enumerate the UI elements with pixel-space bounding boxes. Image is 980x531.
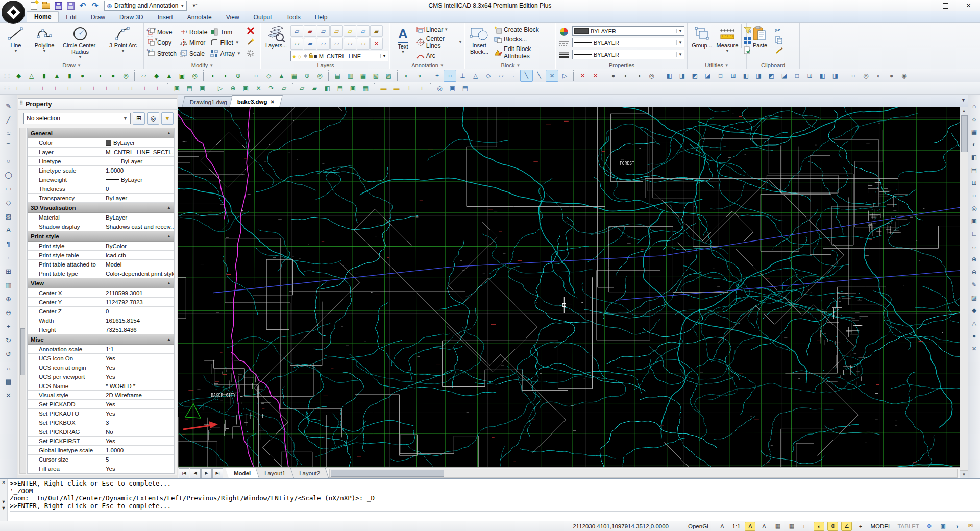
measure-tools-icon-1[interactable]: ▬ [390, 83, 403, 94]
measure-button[interactable]: Measure▼ [715, 24, 740, 61]
workspace-selector[interactable]: ⊛ Drafting and Annotation ▼ [104, 1, 187, 11]
block-panel-label[interactable]: Block▼ [465, 61, 556, 69]
erase-tool[interactable]: ✕ [2, 389, 15, 402]
layer-on-tool[interactable]: ▱ [344, 25, 356, 37]
drawing-tab-Drawing1-dwg[interactable]: Drawing1.dwg [182, 96, 235, 107]
ucs-tools-icon-3[interactable]: ∟ [51, 83, 63, 94]
property-value[interactable]: ByColor [103, 242, 174, 250]
view-cubes-icon-11[interactable]: ⊞ [803, 70, 816, 82]
command-expand-icon[interactable]: ▼ [2, 505, 6, 511]
collapse-icon[interactable]: ▲ [167, 337, 171, 342]
surfaces-icon-3[interactable]: ▦ [288, 70, 301, 82]
section-header-view[interactable]: View▲ [28, 278, 174, 288]
arc-button[interactable]: Arc [416, 52, 462, 60]
property-value[interactable]: Yes [103, 400, 174, 408]
layer-lock-tool[interactable]: ▱ [330, 25, 343, 37]
zoom-out-tool[interactable]: ⊖ [2, 306, 15, 319]
refedit-tools-icon-2[interactable]: ▣ [239, 83, 252, 94]
view-cubes-icon-9[interactable]: ◪ [778, 70, 791, 82]
tab-draw[interactable]: Draw [84, 12, 112, 22]
measure-tools-icon-3[interactable]: + [415, 83, 428, 94]
property-value[interactable]: ByLayer [103, 157, 174, 165]
auto-annotation-icon[interactable]: A [745, 522, 755, 531]
entity-snaps-icon-2[interactable]: ⊥ [456, 70, 469, 82]
section-header-print-style[interactable]: Print style▲ [28, 231, 174, 242]
entity-linetype-icon[interactable] [559, 40, 569, 47]
entity-snaps-icon-10[interactable]: ▷ [558, 70, 571, 82]
layer-delete[interactable]: ✕ [370, 38, 383, 50]
view-cubes-icon-1[interactable]: ◨ [676, 70, 689, 82]
property-value[interactable]: 1:1 [103, 345, 174, 353]
property-value[interactable]: Yes [103, 409, 174, 418]
solids-3d-icon-3[interactable]: ▲ [51, 70, 63, 82]
regen-tool[interactable]: ↺ [2, 347, 15, 360]
group--button[interactable]: Group... [689, 24, 715, 61]
surfaces-icon-2[interactable]: ▲ [275, 70, 288, 82]
last-layout-button[interactable]: ▶| [212, 468, 223, 478]
ucs-tools-icon-4[interactable]: ∟ [63, 83, 76, 94]
model-viewport[interactable]: |◀ ◀ ▶ ▶| ModelLayout1Layout2 [178, 107, 960, 478]
table-tool[interactable]: ▤ [2, 375, 15, 388]
entity-snaps-icon-0[interactable]: + [431, 70, 444, 82]
refedit-tools-icon-1[interactable]: ⊕ [227, 83, 239, 94]
close-tab-icon[interactable]: ✕ [271, 99, 275, 104]
move-button[interactable]: Move [148, 27, 177, 37]
property-value[interactable]: No [103, 427, 174, 436]
scroll-down-icon[interactable]: ▼ [960, 470, 968, 478]
polyline-button[interactable]: Polyline▼ [30, 24, 59, 61]
property-value[interactable]: 73251.8436 [103, 325, 174, 334]
shade-spheres-icon-1[interactable]: ◎ [860, 70, 872, 82]
entity-snaps-icon-5[interactable]: ▱ [495, 70, 507, 82]
layer-properties[interactable]: ▱ [290, 25, 303, 37]
sun-properties-tool[interactable]: ☼ [968, 113, 980, 125]
ucs-tools-icon-8[interactable]: ∟ [114, 83, 127, 94]
paste-button[interactable]: Paste [748, 24, 772, 61]
scale-button[interactable]: Scale [180, 48, 207, 59]
solid-edit-icon-3[interactable]: ▣ [176, 70, 188, 82]
tab-output[interactable]: Output [247, 12, 279, 22]
view-cubes-icon-8[interactable]: ◩ [765, 70, 778, 82]
ucs-tool[interactable]: ∟ [968, 228, 980, 239]
tab-home[interactable]: Home [27, 11, 59, 22]
mirror-button[interactable]: Mirror [180, 37, 207, 48]
grid-display-tool[interactable]: ▦ [968, 126, 980, 137]
property-value[interactable]: ByLayer [103, 213, 174, 222]
named-views-tool[interactable]: ⌂ [968, 100, 980, 112]
booleans-icon-1[interactable]: ◗ [219, 70, 232, 82]
cut-tool[interactable]: ✂ [775, 26, 783, 34]
property-value[interactable]: Yes [103, 363, 174, 372]
layer-thaw-tool[interactable]: ▱ [344, 38, 356, 50]
solids-3d-b-icon-0[interactable]: ◗ [94, 70, 107, 82]
property-value[interactable]: ByLayer [103, 175, 174, 184]
render-modes-icon-2[interactable]: ◑ [632, 70, 645, 82]
view-cubes-icon-5[interactable]: ⊞ [727, 70, 740, 82]
surfaces-icon-1[interactable]: ◇ [262, 70, 275, 82]
property-value[interactable]: 2D Wireframe [103, 391, 174, 399]
surfaces-icon-4[interactable]: ⊕ [301, 70, 313, 82]
solids-3d-icon-1[interactable]: △ [25, 70, 38, 82]
scroll-up-icon[interactable]: ▲ [960, 107, 968, 115]
inquiry-tools-icon-0[interactable]: ◎ [433, 83, 446, 94]
property-panel-title[interactable]: Property [18, 99, 177, 110]
circle-ref-tool[interactable]: ○ [968, 189, 980, 201]
refedit-tools-icon-3[interactable]: ✕ [252, 83, 265, 94]
shade-tool[interactable]: ◐ [968, 138, 980, 150]
crosshair-icon[interactable]: + [855, 522, 866, 531]
layer-combo[interactable]: ●☼∗■ M_CNTRL_LINE_ ▼ [290, 51, 388, 61]
solid-edit-icon-4[interactable]: ◎ [188, 70, 201, 82]
orbit-tool[interactable]: ↻ [2, 333, 15, 347]
lineweight-combo[interactable]: BYLAYER▼ [572, 50, 684, 59]
property-value[interactable]: lcad.ctb [103, 251, 174, 259]
block-tools-icon-1[interactable]: ▤ [183, 83, 196, 94]
layout-tab-layout1[interactable]: Layout1 [256, 468, 295, 478]
meshes-icon-4[interactable]: ▨ [382, 70, 395, 82]
xref-tools-icon-5[interactable]: ▦ [359, 83, 372, 94]
circle-center-radius-button[interactable]: Circle Center-Radius▼ [59, 24, 102, 61]
property-filter-button[interactable]: ▼ [161, 112, 174, 125]
zoom-window-tool[interactable]: ⊕ [968, 253, 980, 265]
grid-icon[interactable]: ▦ [786, 522, 797, 531]
tab-insert[interactable]: Insert [151, 12, 180, 22]
solid-edit-icon-0[interactable]: ▱ [137, 70, 150, 82]
quick-select-button[interactable]: ◎ [147, 112, 159, 125]
copy-button[interactable]: Copy [148, 37, 177, 48]
